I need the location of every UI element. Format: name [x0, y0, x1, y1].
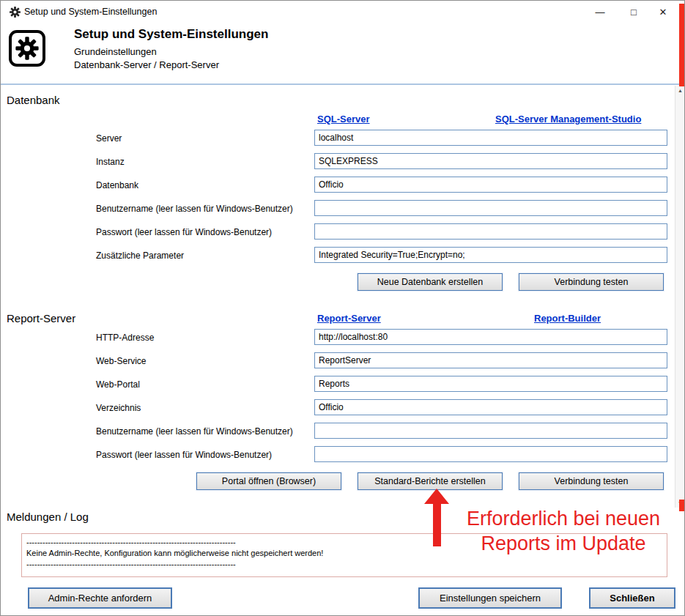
page-subtitle-1: Grundeinstellungen: [74, 46, 157, 57]
close-icon: ✕: [659, 7, 667, 18]
db-benutzername-input[interactable]: [314, 200, 667, 216]
page-subtitle-2: Datenbank-Server / Report-Server: [74, 59, 219, 70]
annotation-line-1: Erforderlich bei neuen: [449, 506, 678, 531]
rs-passwort-input[interactable]: [314, 446, 667, 462]
db-verbindung-testen-button[interactable]: Verbindung testen: [519, 273, 664, 291]
annotation-arrow-stem: [433, 503, 441, 546]
datenbank-label: Datenbank: [96, 180, 138, 190]
settings-window: Setup und System-Einstellungen — □ ✕: [0, 0, 685, 616]
zusaetzliche-parameter-label: Zusätzliche Parameter: [96, 251, 184, 261]
web-portal-label: Web-Portal: [96, 379, 140, 390]
db-passwort-label: Passwort (leer lassen für Windows-Benutz…: [96, 227, 272, 237]
web-service-label: Web-Service: [96, 356, 146, 366]
rs-verbindung-testen-button[interactable]: Verbindung testen: [519, 472, 664, 490]
http-adresse-label: HTTP-Adresse: [96, 333, 154, 343]
db-passwort-input[interactable]: [314, 223, 667, 240]
annotation-text: Erforderlich bei neuen Reports im Update: [449, 506, 678, 556]
gear-logo-icon: [9, 30, 45, 67]
log-line: ----------------------------------------…: [26, 559, 662, 570]
vertical-scrollbar[interactable]: ▲ ▼: [675, 86, 685, 508]
title-bar[interactable]: Setup und System-Einstellungen — □ ✕: [1, 1, 684, 23]
annotation-arrow-icon: [424, 489, 449, 504]
report-builder-link[interactable]: Report-Builder: [534, 313, 601, 324]
app-icon: [9, 6, 21, 18]
window-title: Setup und System-Einstellungen: [24, 7, 157, 17]
close-button[interactable]: ✕: [648, 1, 678, 23]
section-label-log: Meldungen / Log: [7, 511, 89, 523]
section-label-report-server: Report-Server: [7, 312, 75, 324]
admin-rechte-anfordern-button[interactable]: Admin-Rechte anfordern: [28, 587, 172, 609]
verzeichnis-input[interactable]: [314, 399, 667, 415]
instanz-input[interactable]: [314, 153, 667, 169]
maximize-icon: □: [631, 7, 637, 18]
server-label: Server: [96, 133, 122, 144]
rs-benutzername-label: Benutzername (leer lassen für Windows-Be…: [96, 426, 293, 437]
header: Setup und System-Einstellungen Grundeins…: [1, 23, 684, 85]
portal-oeffnen-button[interactable]: Portal öffnen (Browser): [196, 472, 341, 490]
sql-server-management-studio-link[interactable]: SQL-Server Management-Studio: [495, 114, 641, 125]
annotation-strip-bottom: [679, 500, 685, 511]
verzeichnis-label: Verzeichnis: [96, 403, 141, 413]
page-title: Setup und System-Einstellungen: [74, 27, 268, 42]
datenbank-input[interactable]: [314, 177, 667, 193]
server-input[interactable]: [314, 130, 667, 146]
neue-datenbank-erstellen-button[interactable]: Neue Datenbank erstellen: [358, 273, 503, 291]
sql-server-link[interactable]: SQL-Server: [317, 114, 370, 125]
minimize-button[interactable]: —: [584, 1, 616, 23]
http-adresse-input[interactable]: [314, 329, 667, 345]
section-label-datenbank: Datenbank: [7, 94, 60, 106]
minimize-icon: —: [596, 7, 605, 18]
annotation-strip-top: [679, 4, 685, 86]
db-benutzername-label: Benutzername (leer lassen für Windows-Be…: [96, 204, 293, 214]
report-server-link[interactable]: Report-Server: [317, 313, 381, 324]
standard-berichte-erstellen-button[interactable]: Standard-Berichte erstellen: [358, 472, 503, 490]
web-service-input[interactable]: [314, 352, 667, 368]
instanz-label: Instanz: [96, 157, 125, 167]
annotation-line-2: Reports im Update: [449, 531, 678, 556]
zusaetzliche-parameter-input[interactable]: [314, 247, 667, 263]
schliessen-button[interactable]: Schließen: [589, 587, 675, 609]
einstellungen-speichern-button[interactable]: Einstellungen speichern: [418, 587, 562, 609]
rs-benutzername-input[interactable]: [314, 423, 667, 439]
maximize-button[interactable]: □: [618, 1, 650, 23]
web-portal-input[interactable]: [314, 376, 667, 392]
scroll-up-icon[interactable]: ▲: [675, 88, 685, 93]
rs-passwort-label: Passwort (leer lassen für Windows-Benutz…: [96, 450, 272, 460]
